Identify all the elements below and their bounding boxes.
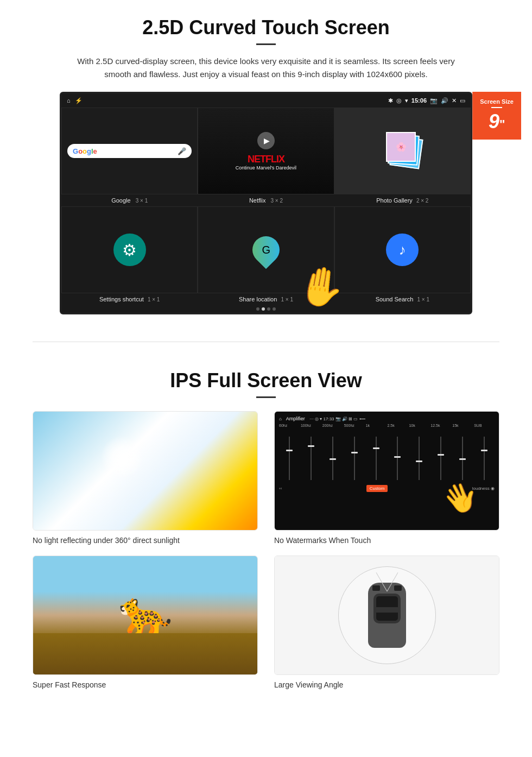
bluetooth-icon: ✱ bbox=[388, 97, 393, 104]
netflix-logo: NETFLIX bbox=[248, 154, 284, 165]
car-right-mirror bbox=[394, 585, 402, 591]
sound-name: Sound Search bbox=[376, 296, 414, 302]
sound-size: 1 × 1 bbox=[417, 297, 429, 302]
slider-track-1 bbox=[289, 437, 290, 480]
amp-title: Amplifier bbox=[286, 416, 305, 421]
ground bbox=[33, 633, 257, 674]
netflix-name: Netflix bbox=[249, 197, 266, 204]
feature-label-speed: Super Fast Response bbox=[33, 680, 258, 689]
settings-cell[interactable]: ⚙ bbox=[61, 206, 198, 293]
label-row-2: Settings shortcut 1 × 1 Share location 1… bbox=[61, 293, 471, 305]
freq-2k: 2.5k bbox=[388, 424, 408, 427]
slider-7[interactable] bbox=[409, 437, 429, 480]
share-size: 1 × 1 bbox=[281, 297, 293, 302]
car-top-view bbox=[275, 556, 499, 674]
slider-handle-5 bbox=[373, 447, 379, 449]
car-left-mirror bbox=[372, 585, 380, 591]
section-divider bbox=[33, 342, 499, 342]
feature-item-angle: Large Viewing Angle bbox=[274, 556, 499, 689]
page-wrapper: 2.5D Curved Touch Screen With 2.5D curve… bbox=[0, 0, 532, 705]
freq-200: 200hz bbox=[322, 424, 343, 427]
sky-image bbox=[33, 412, 257, 530]
section2-title: IPS Full Screen View bbox=[33, 369, 499, 392]
freq-1k: 1k bbox=[366, 424, 387, 427]
feature-item-speed: 🐆 Super Fast Response bbox=[33, 556, 258, 689]
device-container: Screen Size 9" ⌂ ⚡ ✱ ◎ ▾ bbox=[60, 92, 472, 314]
amp-custom-btn[interactable]: Custom bbox=[366, 485, 388, 492]
badge-size-number: 9 bbox=[489, 110, 499, 133]
netflix-bg: ▶ NETFLIX Continue Marvel's Daredevil bbox=[198, 108, 333, 194]
amp-header: ⌂ Amplifier ⋯ ◎ ▾ 17:33 📷 🔊 ⊠ ▭ ⟵ bbox=[279, 416, 495, 421]
amp-sliders bbox=[279, 428, 495, 483]
settings-label: Settings shortcut 1 × 1 bbox=[61, 293, 198, 305]
freq-100: 100hz bbox=[301, 424, 321, 427]
section1-description: With 2.5D curved-display screen, this de… bbox=[76, 55, 456, 81]
slider-9[interactable] bbox=[452, 437, 473, 480]
google-size: 3 × 1 bbox=[136, 198, 148, 204]
slider-10[interactable] bbox=[474, 437, 495, 480]
slider-handle-9 bbox=[459, 458, 466, 460]
feature-img-watermarks: ⌂ Amplifier ⋯ ◎ ▾ 17:33 📷 🔊 ⊠ ▭ ⟵ 60hz 1… bbox=[274, 411, 499, 531]
status-left: ⌂ ⚡ bbox=[67, 97, 83, 104]
badge-size: 9" bbox=[480, 110, 514, 133]
badge-divider bbox=[491, 107, 502, 108]
play-button[interactable]: ▶ bbox=[257, 132, 275, 149]
freq-sub: SUB bbox=[474, 424, 495, 427]
google-search-bar[interactable]: Google 🎤 bbox=[67, 144, 192, 158]
maps-icon: G bbox=[247, 231, 286, 269]
slider-8[interactable] bbox=[430, 437, 451, 480]
slider-track-10 bbox=[484, 437, 485, 480]
dot-2 bbox=[262, 307, 265, 311]
freq-60: 60hz bbox=[279, 424, 300, 427]
amp-icons: ⋯ ◎ ▾ 17:33 📷 🔊 ⊠ ▭ ⟵ bbox=[309, 417, 365, 421]
window-icon: ▭ bbox=[460, 97, 465, 104]
slider-2[interactable] bbox=[301, 437, 321, 480]
mic-icon: 🎤 bbox=[178, 147, 186, 155]
google-name: Google bbox=[111, 197, 130, 204]
google-logo: Google bbox=[73, 147, 97, 155]
slider-track-2 bbox=[311, 437, 312, 480]
freq-500: 500hz bbox=[344, 424, 365, 427]
gallery-cell[interactable]: 🌸 bbox=[334, 108, 471, 194]
maps-cell[interactable]: G 🤚 bbox=[198, 206, 334, 293]
play-icon: ▶ bbox=[264, 136, 270, 145]
usb-icon: ⚡ bbox=[75, 97, 83, 104]
music-cell[interactable]: ♪ bbox=[334, 206, 471, 293]
dot-4 bbox=[273, 307, 276, 311]
slider-handle-7 bbox=[416, 460, 422, 462]
gallery-size: 2 × 2 bbox=[416, 198, 429, 204]
volume-icon: 🔊 bbox=[441, 97, 448, 104]
google-cell[interactable]: Google 🎤 bbox=[61, 108, 198, 194]
feature-item-watermarks: ⌂ Amplifier ⋯ ◎ ▾ 17:33 📷 🔊 ⊠ ▭ ⟵ 60hz 1… bbox=[274, 411, 499, 545]
location-icon: ◎ bbox=[396, 97, 402, 104]
slider-1[interactable] bbox=[279, 437, 300, 480]
netflix-cell[interactable]: ▶ NETFLIX Continue Marvel's Daredevil bbox=[198, 108, 334, 194]
dot-3 bbox=[267, 307, 270, 311]
label-row-1: Google 3 × 1 Netflix 3 × 2 Photo Gallery… bbox=[61, 194, 471, 206]
slider-track-8 bbox=[440, 437, 441, 480]
cheetah-image: 🐆 bbox=[33, 556, 257, 674]
slider-3[interactable] bbox=[322, 437, 343, 480]
slider-track-3 bbox=[332, 437, 333, 480]
feature-grid: No light reflecting under 360° direct su… bbox=[33, 411, 499, 689]
slider-5[interactable] bbox=[366, 437, 387, 480]
car-body bbox=[368, 583, 406, 648]
car-circle bbox=[338, 566, 436, 664]
slider-4[interactable] bbox=[344, 437, 365, 480]
amp-home-icon: ⌂ bbox=[279, 417, 282, 421]
feature-label-angle: Large Viewing Angle bbox=[274, 680, 499, 689]
slider-handle-2 bbox=[308, 445, 314, 447]
freq-15k: 15k bbox=[452, 424, 473, 427]
maps-letter: G bbox=[262, 244, 270, 256]
sound-label: Sound Search 1 × 1 bbox=[334, 293, 471, 305]
car-windshield bbox=[376, 596, 398, 607]
feature-label-watermarks: No Watermarks When Touch bbox=[274, 536, 499, 545]
settings-icon-bg: ⚙ bbox=[113, 234, 146, 266]
car-roof bbox=[373, 594, 401, 623]
car-outer bbox=[368, 583, 406, 648]
section2: IPS Full Screen View No light reflecting… bbox=[0, 358, 532, 705]
slider-handle-10 bbox=[481, 450, 487, 451]
app-row-1: Google 🎤 ▶ NETFLIX Continue Marvel's Dar… bbox=[61, 108, 471, 194]
slider-6[interactable] bbox=[388, 437, 408, 480]
slider-handle-6 bbox=[394, 456, 401, 458]
